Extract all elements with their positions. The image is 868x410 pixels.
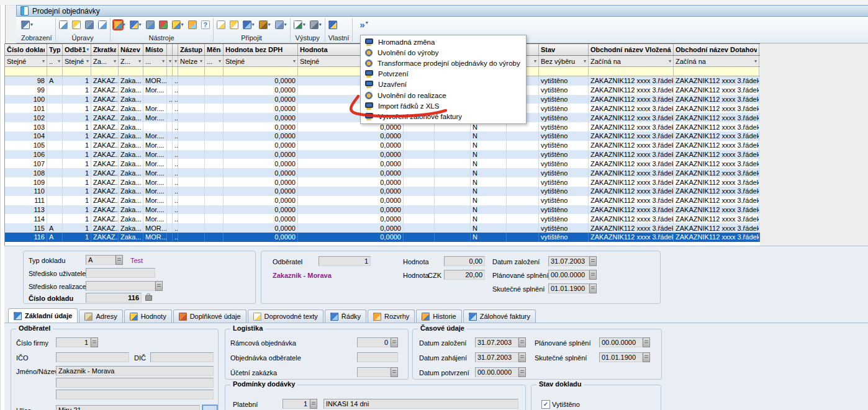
datum-zalozeni2-picker-button[interactable] [518,337,526,347]
stredisko-realizace-field[interactable] [86,281,155,291]
datum-zalozeni-picker-button[interactable] [589,256,597,266]
datum-zahajeni-picker-button[interactable] [518,352,526,362]
datum-potvrzeni-field[interactable]: 00.00.0000 [475,367,518,377]
gear-colored-icon-button[interactable] [159,20,168,29]
tab-item-7[interactable]: Historie [416,310,461,323]
grid-row[interactable]: 1131ZAKAZ...Zaka...Mor.......0,00000,000… [5,205,760,215]
grid-row[interactable]: 1071ZAKAZ...Zaka...Mor.......0,00000,000… [5,159,760,168]
jmeno-field[interactable]: Zakaznik - Morava [56,366,214,376]
web-link-icon-button[interactable]: ▾ [243,20,255,29]
skutecne2-field[interactable]: 01.01.1900 [599,352,643,362]
ucetni-zakazka-dropdown-button[interactable] [391,367,398,377]
cislo-firmy-spinner[interactable] [91,337,98,347]
dic-field[interactable] [150,352,214,362]
address-lookup-button[interactable] [202,405,217,410]
grid-filter-cell[interactable]: Začíná na▾ [674,56,759,66]
skutecne2-picker-button[interactable] [643,352,650,362]
quick-filter-cell[interactable] [205,67,224,76]
menu-item[interactable]: Transformace prodejní objednávky do výro… [361,58,526,68]
grid-filter-cell[interactable]: ...▾ [205,56,224,66]
grid-column-header[interactable]: Název [119,44,143,55]
ramcova-spinner[interactable] [391,337,398,347]
grid-filter-cell[interactable]: ▾ [167,56,173,66]
planovane-splneni-field[interactable]: 00.00.0000 [548,270,589,280]
tab-zakladni-udaje[interactable]: Základní údaje [8,308,78,323]
address-line3-field[interactable] [56,390,214,399]
grid-row[interactable]: 1061ZAKAZ...Zaka...Mor.......0,00000,000… [5,150,760,159]
grid-column-header[interactable]: Zástupce [178,44,205,55]
address-line2-field[interactable] [56,378,214,388]
grid-column-header[interactable]: Typ [47,44,63,55]
stredisko-realizace-dropdown-button[interactable] [155,281,163,291]
custom-view-icon-button[interactable] [328,20,337,29]
cislo-firmy-field[interactable]: 1 [56,337,91,347]
tab-item-4[interactable]: Doprovodné texty [248,310,323,323]
quick-filter-cell[interactable] [167,67,173,76]
tab-item-3[interactable]: Doplňkové údaje [173,310,246,323]
grid-filter-cell[interactable]: Stejné▾ [5,56,47,66]
quick-filter-cell[interactable] [173,67,178,76]
tab-item-6[interactable]: Rozvrhy [368,310,415,323]
grid-filter-cell[interactable]: Stejné▾ [224,56,298,66]
quick-filter-cell[interactable] [589,67,674,76]
grid-column-header[interactable]: Obchodní název Vložená [589,44,674,55]
grid-row[interactable]: 1091ZAKAZ...Zaka...Mor.......0,00000,000… [5,177,760,187]
platebni-text-field[interactable]: INKASI 14 dni [323,399,518,409]
quick-filter-cell[interactable] [674,67,759,76]
menu-item[interactable]: Uzavření [361,79,526,90]
window-titlebar[interactable]: Prodejní objednávky [16,5,868,17]
grid-column-header[interactable]: Hodnota bez DPH [224,44,298,55]
grid-column-header[interactable]: Zkratka [91,44,119,55]
typ-dokladu-field[interactable]: A [86,255,115,265]
grid-row[interactable]: 1041ZAKAZ...Zaka...Mor.......0,00000,000… [5,131,760,141]
grid-column-header[interactable]: Místo [143,44,167,55]
objednavka-odberatele-field[interactable] [357,352,398,362]
ramcova-field[interactable]: 0 [357,337,391,347]
platebni-spinner[interactable] [310,399,317,409]
view-menu-icon-button[interactable]: ▾ [21,20,33,29]
grid-column-header[interactable]: Měna [205,44,224,55]
quick-filter-cell[interactable] [119,67,143,76]
grid-row[interactable]: 1081ZAKAZ...Zaka...Mor.......0,00000,000… [5,168,760,177]
hodnota-field[interactable]: 0,00 [444,256,485,266]
grid-row[interactable]: 1111ZAKAZ...Zaka...Mor.......0,00000,000… [5,196,760,205]
copy-record-icon-button[interactable] [98,20,107,29]
grid-row[interactable]: 115A1ZAKAZ...Zaka...MOR......0,00000,000… [5,223,760,233]
platebni-field[interactable]: 1 [283,399,310,409]
hodnota-czk-field[interactable]: 20,00 [444,270,485,280]
grid-filter-cell[interactable]: Bez výběru▾ [539,56,589,66]
grid-row[interactable]: 1141ZAKAZ...Zaka...Mor.......0,00000,000… [5,214,760,223]
help-icon-button[interactable]: ? [201,20,210,29]
grid-column-header[interactable]: Obchodní název Dotahovaná [674,44,759,55]
skutecne-splneni-picker-button[interactable] [589,283,597,293]
quick-filter-cell[interactable] [63,67,91,76]
print-icon-button[interactable]: ▾ [310,20,322,29]
new-record-icon-button[interactable] [59,20,68,29]
grid-filter-cell[interactable]: ..▾ [47,56,63,66]
grid-column-header[interactable]: Číslo dokladu [5,44,47,55]
grid-filter-cell[interactable]: Stejné▾ [63,56,91,66]
quick-filter-cell[interactable] [224,67,298,76]
grid-filter-cell[interactable]: ▾ [173,56,178,66]
exchange-icon-button[interactable] [188,20,197,29]
planovane2-field[interactable]: 00.00.0000 [599,337,643,347]
tab-item-5[interactable]: Řádky [325,310,366,323]
tab-item-1[interactable]: Adresy [79,310,122,323]
quick-filter-cell[interactable] [5,67,47,76]
grid-filter-cell[interactable]: Začíná na▾ [589,56,674,66]
menu-item[interactable]: Vytvoření zálohové faktury [361,111,526,122]
skutecne-splneni-field[interactable]: 01.01.1900 [548,283,589,293]
ulice-field[interactable]: Miru 21 [56,405,200,410]
menu-item[interactable]: Uvolnění do realizace [361,90,526,100]
briefcase-icon-button[interactable]: ▾ [259,20,271,29]
planovane2-picker-button[interactable] [643,337,650,347]
grid-column-header[interactable] [173,44,178,55]
filter-icon-button[interactable]: ▾ [130,20,142,29]
odberatel-field[interactable]: 1 [319,256,371,266]
vytisteno-checkbox[interactable]: ✓ [541,400,550,409]
quick-filter-cell[interactable] [539,67,589,76]
schedule-icon-button[interactable]: ▾ [172,20,184,29]
typ-dokladu-dropdown-button[interactable] [115,255,123,265]
grid-filter-cell[interactable]: Z...▾ [119,56,143,66]
ucetni-zakazka-field[interactable] [357,367,391,377]
